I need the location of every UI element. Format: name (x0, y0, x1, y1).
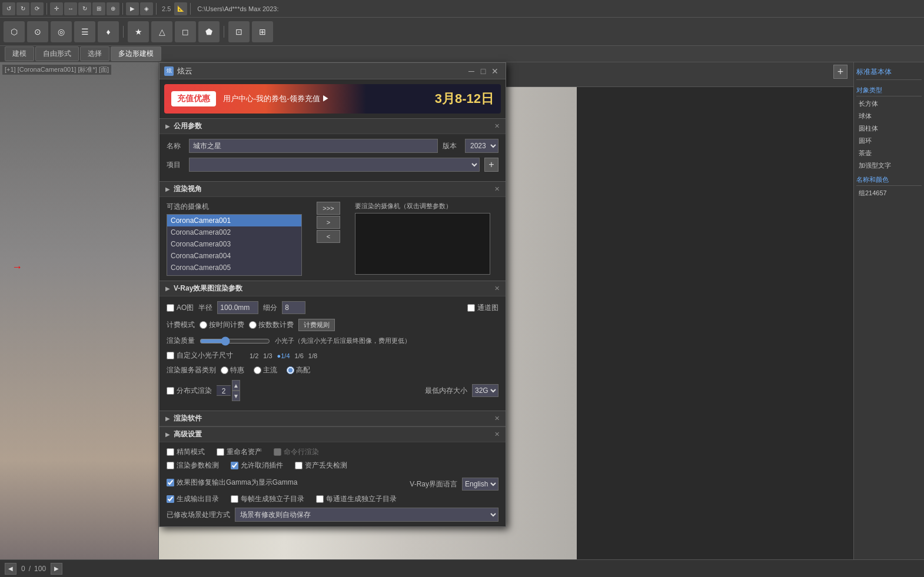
toolbar-icon-lg-3[interactable]: ◎ (51, 21, 72, 42)
project-add-button[interactable]: + (484, 158, 498, 172)
toolbar-icon-lg-5[interactable]: ♦ (98, 21, 119, 42)
tab-polygon[interactable]: 多边形建模 (111, 46, 161, 61)
adv-simplified-checkbox[interactable] (167, 448, 174, 456)
subdiv-input[interactable] (282, 301, 305, 314)
distrib-checkbox[interactable] (167, 387, 174, 395)
scene-handle-select[interactable]: 场景有修改则自动保存 (235, 508, 498, 522)
vray-section-header[interactable]: ▶ V-Ray效果图渲染参数 ✕ (159, 281, 506, 296)
adv-assetlost-label[interactable]: 资产丢失检测 (295, 461, 347, 471)
lang-select[interactable]: English 中文 (462, 478, 498, 491)
toolbar-icon-lg-9[interactable]: ⬟ (198, 21, 220, 42)
frame-subdir-label[interactable]: 每帧生成独立子目录 (231, 494, 304, 504)
tab-freeform[interactable]: 自由形式 (35, 46, 79, 61)
billing-time-label[interactable]: 按时间计费 (200, 320, 244, 330)
dialog-close-button[interactable]: ✕ (489, 66, 501, 76)
public-params-section-header[interactable]: ▶ 公用参数 ✕ (159, 118, 506, 134)
arrow-one-right-button[interactable]: > (317, 216, 340, 229)
server-special-radio[interactable] (221, 366, 228, 374)
toolbar-icon-select[interactable]: ✛ (50, 2, 63, 15)
custom-pixel-checkbox-label[interactable]: 自定义小光子尺寸 (167, 351, 233, 361)
adv-paramcheck-label[interactable]: 渲染参数检测 (167, 461, 219, 471)
advanced-section-header[interactable]: ▶ 高级设置 ✕ (159, 426, 506, 442)
camera-item-5[interactable]: CoronaCamera005 (167, 262, 301, 274)
res-1-6[interactable]: 1/6 (295, 352, 304, 359)
toolbar-icon-lg-10[interactable]: ⊡ (228, 21, 250, 42)
adv-cancelplugin-label[interactable]: 允许取消插件 (231, 461, 283, 471)
section-close-software[interactable]: ✕ (494, 415, 500, 422)
adv-cancelplugin-checkbox[interactable] (231, 462, 238, 469)
distrib-checkbox-label[interactable]: 分布式渲染 (167, 386, 212, 396)
project-select[interactable] (189, 158, 480, 172)
server-mainstream-label[interactable]: 主流 (254, 365, 277, 375)
camera-item-3[interactable]: CoronaCamera003 (167, 238, 301, 250)
toolbar-icon-lg-7[interactable]: △ (151, 21, 172, 42)
tab-modeling[interactable]: 建模 (5, 46, 34, 61)
billing-count-radio[interactable] (249, 321, 257, 329)
toolbar-icon-lg-6[interactable]: ★ (128, 21, 149, 42)
adv-paramcheck-checkbox[interactable] (167, 462, 174, 469)
toolbar-icon-7[interactable]: ◈ (140, 2, 153, 15)
sidebar-item-box[interactable]: 长方体 (856, 98, 922, 110)
section-close-render[interactable]: ✕ (494, 185, 500, 193)
quality-slider[interactable] (200, 336, 270, 346)
channel-subdir-checkbox[interactable] (316, 495, 324, 503)
section-close-public[interactable]: ✕ (494, 122, 500, 130)
sidebar-item-teapot[interactable]: 茶壶 (856, 147, 922, 159)
software-section-header[interactable]: ▶ 渲染软件 ✕ (159, 411, 506, 426)
toolbar-icon-lg-11[interactable]: ⊞ (252, 21, 273, 42)
toolbar-icon-3[interactable]: ⟳ (31, 2, 44, 15)
nav-next-button[interactable]: ▶ (51, 563, 62, 575)
sidebar-item-torus[interactable]: 圆环 (856, 135, 922, 147)
server-mainstream-radio[interactable] (254, 366, 261, 374)
left-viewport[interactable]: [+1] [CoronaCamera001] [标准*] [面] → (0, 62, 159, 559)
server-highend-label[interactable]: 高配 (287, 365, 310, 375)
nav-prev-button[interactable]: ◀ (5, 563, 16, 575)
billing-count-label[interactable]: 按数数计费 (249, 320, 294, 330)
banner[interactable]: 充值优惠 用户中心-我的券包-领券充值 ▶ 3月8-12日 (164, 84, 501, 114)
arrow-all-right-button[interactable]: >>> (317, 202, 340, 215)
camera-list[interactable]: CoronaCamera001 CoronaCamera002 CoronaCa… (167, 214, 302, 276)
render-target-box[interactable] (355, 213, 490, 275)
toolbar-icon-move[interactable]: ↔ (64, 2, 77, 15)
channel-subdir-label[interactable]: 每通道生成独立子目录 (316, 494, 397, 504)
plus-button[interactable]: + (833, 65, 847, 79)
tab-selection[interactable]: 选择 (80, 46, 109, 61)
adv-rename-label[interactable]: 重命名资产 (217, 447, 262, 457)
camera-item-6[interactable]: CoronaCamera006 (167, 274, 301, 276)
ao-checkbox[interactable] (167, 304, 174, 312)
dialog-maximize-button[interactable]: □ (477, 66, 489, 76)
camera-item-4[interactable]: CoronaCamera004 (167, 250, 301, 262)
frame-subdir-checkbox[interactable] (231, 495, 238, 503)
ao-checkbox-label[interactable]: AO图 (167, 303, 194, 313)
toolbar-icon-redo[interactable]: ↻ (16, 2, 29, 15)
toolbar-icon-5[interactable]: ⊕ (107, 2, 119, 15)
res-1-3[interactable]: 1/3 (263, 352, 272, 359)
distrib-down-button[interactable]: ▼ (232, 391, 240, 401)
gamma-checkbox-label[interactable]: 效果图修复输出Gamma为显示Gamma (167, 478, 297, 488)
sidebar-item-cylinder[interactable]: 圆柱体 (856, 122, 922, 135)
section-close-vray[interactable]: ✕ (494, 285, 500, 292)
toolbar-icon-undo[interactable]: ↺ (2, 2, 15, 15)
adv-cmdrender-label[interactable]: 命令行渲染 (274, 447, 319, 457)
adv-assetlost-checkbox[interactable] (295, 462, 303, 469)
render-view-section-header[interactable]: ▶ 渲染视角 ✕ (159, 181, 506, 197)
sidebar-item-sphere[interactable]: 球体 (856, 110, 922, 122)
gen-output-checkbox[interactable] (167, 495, 174, 503)
section-close-advanced[interactable]: ✕ (494, 431, 500, 438)
res-1-4[interactable]: ●1/4 (277, 352, 290, 359)
radius-input[interactable] (217, 301, 258, 314)
adv-simplified-label[interactable]: 精简模式 (167, 447, 205, 457)
name-input[interactable] (189, 139, 438, 153)
toolbar-icon-lg-4[interactable]: ☰ (74, 21, 95, 42)
gen-output-label[interactable]: 生成输出目录 (167, 494, 219, 504)
camera-item-1[interactable]: CoronaCamera001 (167, 215, 301, 226)
server-highend-radio[interactable] (287, 366, 294, 374)
toolbar-icon-6[interactable]: ▶ (126, 2, 139, 15)
arrow-one-left-button[interactable]: < (317, 230, 340, 243)
adv-rename-checkbox[interactable] (217, 448, 224, 456)
distrib-up-button[interactable]: ▲ (232, 380, 240, 391)
dialog-minimize-button[interactable]: ─ (466, 66, 477, 76)
res-1-8[interactable]: 1/8 (308, 352, 317, 359)
toolbar-icon-lg-1[interactable]: ⬡ (4, 21, 25, 42)
mem-select[interactable]: 32G 16G 64G (472, 384, 498, 397)
